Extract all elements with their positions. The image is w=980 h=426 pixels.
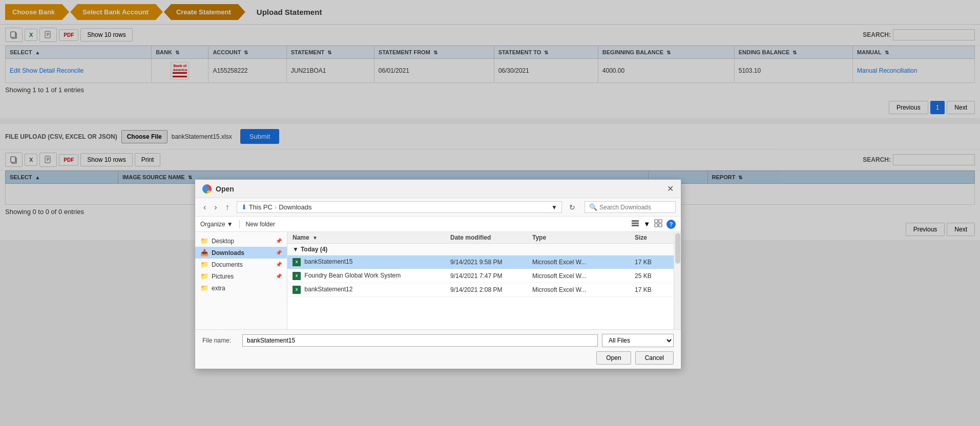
organize-arrow: ▼ (227, 221, 233, 228)
file-list: Name ▼ Date modified Type Size ▼ (287, 232, 681, 240)
up-btn[interactable]: ↑ (222, 202, 233, 213)
svg-rect-12 (632, 220, 639, 222)
svg-rect-16 (659, 220, 662, 223)
dialog-titlebar: Open ✕ (195, 180, 681, 198)
pin-icon: 📌 (276, 238, 282, 240)
forward-btn[interactable]: › (211, 202, 220, 213)
path-dropdown-icon[interactable]: ▼ (551, 204, 557, 211)
search-icon: 🔍 (589, 203, 597, 211)
path-icon: ⬇ (241, 203, 247, 211)
new-folder-btn[interactable]: New folder (246, 221, 275, 228)
svg-rect-15 (655, 220, 658, 223)
path-folder: Downloads (279, 203, 311, 211)
path-root: This PC (249, 203, 273, 211)
file-list-header: Name ▼ Date modified Type Size (287, 232, 681, 240)
svg-rect-14 (632, 225, 639, 226)
help-btn[interactable]: ? (666, 220, 676, 229)
col-name[interactable]: Name ▼ (293, 234, 450, 240)
dialog-close-btn[interactable]: ✕ (667, 184, 674, 194)
dialog-secondary-toolbar: Organize ▼ New folder ▼ ? (195, 217, 681, 232)
svg-rect-13 (632, 223, 639, 224)
folder-icon: 📁 (200, 237, 208, 240)
path-sep: › (275, 203, 277, 211)
file-tree-panel: 📁 Desktop 📌 📥 Downloads 📌 📁 Documents 📌 … (195, 232, 287, 240)
sort-name: ▼ (312, 235, 318, 240)
organize-btn[interactable]: Organize ▼ (200, 221, 233, 228)
chrome-icon (202, 184, 212, 194)
tree-label: Desktop (212, 238, 234, 241)
view-dropdown-btn[interactable]: ▼ (643, 220, 650, 228)
search-downloads-box[interactable]: 🔍 (585, 201, 676, 213)
dialog-title: Open (202, 184, 234, 194)
col-size[interactable]: Size (635, 234, 676, 240)
dialog-nav-toolbar: ‹ › ↑ ⬇ This PC › Downloads ▼ ↻ 🔍 (195, 198, 681, 217)
dialog-body: 📁 Desktop 📌 📥 Downloads 📌 📁 Documents 📌 … (195, 232, 681, 240)
col-type[interactable]: Type (532, 234, 635, 240)
path-bar[interactable]: ⬇ This PC › Downloads ▼ (237, 201, 562, 213)
view-list-btn[interactable] (631, 219, 639, 229)
refresh-btn[interactable]: ↻ (566, 202, 578, 212)
view-grid-btn[interactable] (654, 219, 662, 229)
back-btn[interactable]: ‹ (200, 202, 209, 213)
col-date[interactable]: Date modified (450, 234, 532, 240)
search-downloads-input[interactable] (599, 204, 671, 211)
svg-rect-17 (655, 224, 658, 227)
tree-item-desktop[interactable]: 📁 Desktop 📌 (195, 235, 287, 240)
file-dialog-overlay: Open ✕ ‹ › ↑ ⬇ This PC › Downloads ▼ ↻ 🔍 (0, 0, 980, 240)
svg-rect-18 (659, 224, 662, 227)
file-dialog: Open ✕ ‹ › ↑ ⬇ This PC › Downloads ▼ ↻ 🔍 (195, 179, 681, 240)
